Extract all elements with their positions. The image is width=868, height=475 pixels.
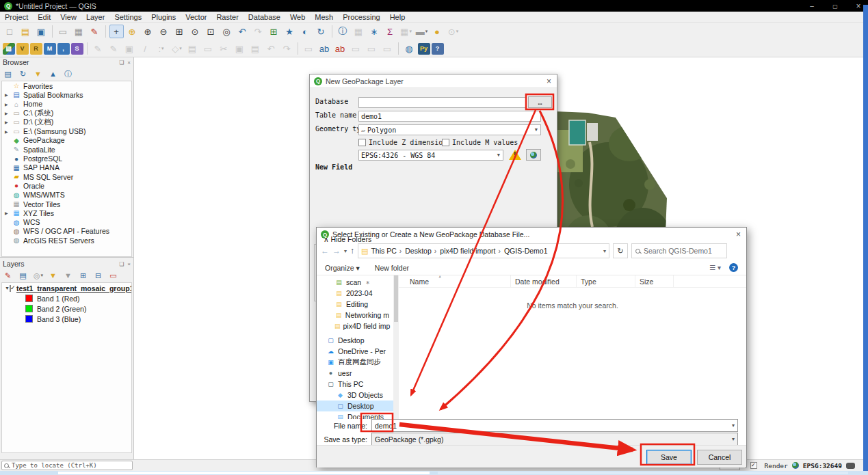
vertex-tool-icon[interactable]: ◇▾	[170, 42, 184, 55]
filter-browser-icon[interactable]: ▼	[33, 68, 44, 79]
collapse-all-layers-icon[interactable]: ⊟	[93, 270, 104, 281]
close-icon[interactable]: ×	[547, 77, 551, 86]
menu-processing[interactable]: Processing	[338, 13, 384, 21]
multiedit-attributes-icon[interactable]: ▤	[185, 42, 200, 55]
sidebar-item-uesr[interactable]: ●uesr	[317, 368, 393, 379]
save-button[interactable]: Save	[646, 450, 692, 465]
browser-item-vector-tiles[interactable]: ▦Vector Tiles	[2, 200, 131, 208]
sidebar-item-scan[interactable]: ▤scan∗	[317, 277, 393, 288]
menu-raster[interactable]: Raster	[211, 13, 243, 21]
refresh-browser-icon[interactable]: ↻	[18, 68, 29, 79]
sidebar-item-this-pc[interactable]: ▢This PC	[317, 379, 393, 390]
database-input[interactable]	[358, 97, 526, 108]
browser-item-xyz-tiles[interactable]: ▶▦XYZ Tiles	[2, 208, 131, 217]
add-selected-layers-icon[interactable]: ▤	[3, 68, 14, 79]
advanced-digitize-icon[interactable]: :▾	[154, 42, 168, 55]
browser-item-arcgis-rest[interactable]: ◍ArcGIS REST Servers	[2, 236, 131, 245]
temporal-controller-icon[interactable]: ◐	[298, 25, 313, 38]
menu-project[interactable]: Project	[0, 13, 33, 21]
layer-labeling-icon[interactable]: ab	[317, 42, 332, 55]
manage-themes-icon[interactable]: ◎▾	[33, 270, 44, 281]
help-icon[interactable]: ?	[729, 263, 738, 272]
sidebar-item-pix4d[interactable]: ▤pix4D field imp	[317, 321, 393, 331]
browser-item-home[interactable]: ▶⌂Home	[2, 100, 131, 109]
browser-item-ms-sql-server[interactable]: ▰MS SQL Server	[2, 172, 131, 181]
column-size[interactable]: Size	[635, 275, 674, 288]
sidebar-item-onedrive[interactable]: ☁OneDrive - Per	[317, 346, 393, 357]
menu-view[interactable]: View	[55, 13, 81, 21]
cancel-button[interactable]: Cancel	[697, 450, 742, 465]
browser-item-d-drive[interactable]: ▶▭D:\ (文档)	[2, 118, 131, 126]
browser-item-sap-hana[interactable]: ▦SAP HANA	[2, 163, 131, 172]
crumb-qgis-demo1[interactable]: QGIS-Demo1	[497, 247, 549, 255]
refresh-map-icon[interactable]: ↻	[314, 25, 328, 38]
browser-item-wfs[interactable]: ◍WFS / OGC API - Features	[2, 227, 131, 236]
close-icon[interactable]: ×	[736, 230, 741, 239]
forward-icon[interactable]: →	[332, 246, 341, 256]
sidebar-item-3d-objects[interactable]: ◆3D Objects	[317, 390, 393, 401]
menu-mesh[interactable]: Mesh	[310, 13, 338, 21]
table-name-input[interactable]: demo1	[358, 111, 541, 122]
include-m-checkbox[interactable]	[442, 139, 449, 146]
layer-visibility-checkbox[interactable]	[10, 285, 11, 292]
add-delimited-text-icon[interactable]: ,	[57, 43, 70, 55]
back-icon[interactable]: ←	[321, 246, 329, 256]
add-mesh-layer-icon[interactable]: M	[44, 43, 56, 55]
zoom-to-layer-icon[interactable]: ⊡	[204, 25, 218, 38]
address-dropdown-icon[interactable]: ▾	[603, 248, 606, 254]
save-project-icon[interactable]: ▣	[34, 25, 49, 38]
open-project-icon[interactable]: ▤	[18, 25, 33, 38]
digitize-icon[interactable]: /	[138, 42, 153, 55]
browser-item-wms-wmts[interactable]: ◍WMS/WMTS	[2, 191, 131, 200]
statistical-summary-icon[interactable]: Σ	[383, 25, 397, 38]
column-type[interactable]: Type	[577, 275, 635, 288]
close-icon[interactable]	[854, 1, 863, 11]
new-print-layout-icon[interactable]: ▭	[56, 25, 70, 38]
menu-edit[interactable]: Edit	[33, 13, 55, 21]
hide-folders-button[interactable]: ∧ Hide Folders	[324, 235, 371, 243]
sidebar-item-documents[interactable]: ▤Documents	[317, 411, 393, 419]
help-icon[interactable]: ?	[432, 43, 444, 55]
python-console-icon[interactable]: Py	[418, 43, 430, 55]
menu-database[interactable]: Database	[244, 13, 285, 21]
browser-item-postgresql[interactable]: ●PostgreSQL	[2, 154, 131, 163]
data-source-manager-icon[interactable]: ▧	[3, 43, 15, 55]
cut-features-icon[interactable]: ✂	[217, 42, 231, 55]
browser-item-wcs[interactable]: ◍WCS	[2, 217, 131, 226]
style-manager-icon[interactable]: ✎	[88, 25, 102, 38]
column-name[interactable]: Name	[399, 275, 511, 288]
float-panel-icon[interactable]: ❏	[119, 59, 124, 66]
map-tips-icon[interactable]: ●	[430, 25, 445, 38]
new-map-view-icon[interactable]: ⊞	[267, 25, 281, 38]
sidebar-item-baidu[interactable]: ▣百度网盘同步	[317, 357, 393, 368]
save-as-type-select[interactable]: GeoPackage (*.gpkg)▾	[371, 433, 738, 446]
browser-item-c-drive[interactable]: ▶▭C:\ (系统)	[2, 109, 131, 118]
layer-name[interactable]: test1_transparent_mosaic_group1	[16, 284, 132, 293]
highlight-labels-icon[interactable]: ▭	[365, 42, 379, 55]
zoom-native-icon[interactable]: ◎	[220, 25, 234, 38]
sidebar-scrollbar[interactable]	[393, 275, 399, 419]
save-edits-icon[interactable]: ▣	[122, 42, 137, 55]
include-z-checkbox[interactable]	[358, 139, 366, 146]
search-dropdown-icon[interactable]: ⊙▾	[446, 25, 460, 38]
paste-features-icon[interactable]: ▤	[248, 42, 263, 55]
filter-expression-icon[interactable]: ▼	[63, 270, 74, 281]
browser-item-favorites[interactable]: ☆Favorites	[2, 81, 131, 90]
layer-styling-icon[interactable]: ✎	[3, 270, 14, 281]
render-checkbox[interactable]	[750, 462, 757, 469]
select-crs-button[interactable]	[526, 149, 541, 161]
browser-item-e-drive[interactable]: ▶▭E:\ (Samsung USB)	[2, 126, 131, 135]
up-icon[interactable]: ↑	[350, 246, 354, 256]
browser-properties-icon[interactable]: ⓘ	[63, 68, 74, 79]
pan-to-selection-icon[interactable]: ⊕	[125, 25, 140, 38]
add-group-icon[interactable]: ▤	[18, 270, 29, 281]
maximize-icon[interactable]	[831, 2, 839, 10]
refresh-icon[interactable]: ↻	[613, 243, 628, 258]
menu-vector[interactable]: Vector	[181, 13, 211, 21]
file-name-input[interactable]: demo1▾	[371, 419, 738, 432]
zoom-out-icon[interactable]: ⊖	[157, 25, 171, 38]
copy-features-icon[interactable]: ▣	[233, 42, 247, 55]
new-project-icon[interactable]: □	[3, 25, 17, 38]
zoom-full-icon[interactable]: ⊞	[172, 25, 187, 38]
add-raster-layer-icon[interactable]: R	[30, 43, 42, 55]
